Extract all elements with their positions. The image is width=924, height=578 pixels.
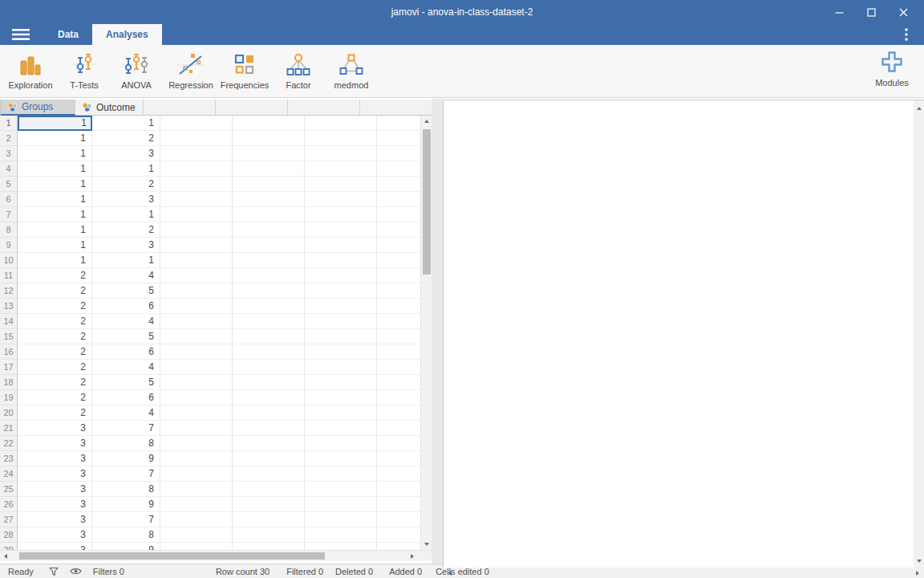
cell-empty[interactable] bbox=[305, 482, 377, 497]
more-options-button[interactable] bbox=[895, 24, 918, 45]
cell-groups[interactable]: 2 bbox=[18, 344, 92, 360]
cell-empty[interactable] bbox=[160, 360, 233, 375]
cell-empty[interactable] bbox=[233, 329, 305, 344]
row-number[interactable]: 26 bbox=[0, 497, 18, 512]
minimize-button[interactable] bbox=[823, 0, 855, 24]
cell-empty[interactable] bbox=[233, 527, 305, 543]
scroll-up-button[interactable] bbox=[914, 104, 924, 113]
cell-outcome[interactable]: 1 bbox=[92, 116, 160, 131]
cell-empty[interactable] bbox=[233, 283, 305, 299]
cell-empty[interactable] bbox=[233, 253, 305, 268]
cell-empty[interactable] bbox=[305, 161, 377, 177]
cell-outcome[interactable]: 3 bbox=[92, 238, 160, 253]
selected-cell[interactable]: 1 bbox=[18, 116, 92, 131]
row-number[interactable]: 2 bbox=[0, 131, 18, 146]
cell-empty[interactable] bbox=[160, 543, 233, 550]
cell-empty[interactable] bbox=[160, 482, 233, 497]
cell-groups[interactable]: 3 bbox=[18, 512, 92, 527]
row-number[interactable]: 22 bbox=[0, 436, 18, 451]
row-number[interactable]: 13 bbox=[0, 299, 18, 314]
cell-groups[interactable]: 3 bbox=[18, 482, 92, 497]
row-number[interactable]: 24 bbox=[0, 466, 18, 482]
cell-outcome[interactable]: 9 bbox=[92, 497, 160, 512]
cell-empty[interactable] bbox=[233, 116, 305, 131]
row-number[interactable]: 28 bbox=[0, 527, 18, 543]
cell-empty[interactable] bbox=[305, 268, 377, 283]
cell-empty[interactable] bbox=[160, 192, 233, 207]
cell-empty[interactable] bbox=[233, 268, 305, 283]
cell-empty[interactable] bbox=[160, 238, 233, 253]
eye-icon[interactable] bbox=[70, 567, 82, 576]
cell-empty[interactable] bbox=[160, 512, 233, 527]
cell-outcome[interactable]: 7 bbox=[92, 512, 160, 527]
cell-empty[interactable] bbox=[160, 451, 233, 466]
cell-empty[interactable] bbox=[160, 314, 233, 329]
column-header-empty[interactable] bbox=[144, 100, 216, 116]
cell-empty[interactable] bbox=[233, 421, 305, 436]
scroll-down-button[interactable] bbox=[421, 539, 432, 550]
cell-empty[interactable] bbox=[305, 466, 377, 482]
cell-empty[interactable] bbox=[160, 283, 233, 299]
cell-empty[interactable] bbox=[305, 329, 377, 344]
cell-outcome[interactable]: 2 bbox=[92, 222, 160, 238]
cell-empty[interactable] bbox=[160, 329, 233, 344]
cell-empty[interactable] bbox=[305, 314, 377, 329]
cell-empty[interactable] bbox=[233, 192, 305, 207]
row-number[interactable]: 19 bbox=[0, 390, 18, 405]
cell-outcome[interactable]: 7 bbox=[92, 421, 160, 436]
cell-empty[interactable] bbox=[233, 222, 305, 238]
cell-groups[interactable]: 2 bbox=[18, 283, 92, 299]
cell-empty[interactable] bbox=[233, 512, 305, 527]
row-number[interactable]: 18 bbox=[0, 375, 18, 390]
cell-outcome[interactable]: 5 bbox=[92, 329, 160, 344]
tab-analyses[interactable]: Analyses bbox=[92, 24, 162, 45]
row-number[interactable]: 14 bbox=[0, 314, 18, 329]
cell-empty[interactable] bbox=[160, 222, 233, 238]
cell-empty[interactable] bbox=[233, 466, 305, 482]
cell-outcome[interactable]: 3 bbox=[92, 192, 160, 207]
cell-empty[interactable] bbox=[233, 207, 305, 222]
cell-empty[interactable] bbox=[233, 482, 305, 497]
cell-empty[interactable] bbox=[233, 543, 305, 550]
cell-outcome[interactable]: 9 bbox=[92, 451, 160, 466]
cell-outcome[interactable]: 8 bbox=[92, 527, 160, 543]
cell-groups[interactable]: 3 bbox=[18, 543, 92, 550]
scroll-right-button[interactable] bbox=[407, 551, 418, 561]
cell-empty[interactable] bbox=[305, 451, 377, 466]
cell-empty[interactable] bbox=[233, 405, 305, 421]
cell-outcome[interactable]: 1 bbox=[92, 253, 160, 268]
ribbon-button-exploration[interactable]: Exploration bbox=[5, 45, 56, 97]
cell-empty[interactable] bbox=[160, 421, 233, 436]
cell-outcome[interactable]: 3 bbox=[92, 146, 160, 161]
row-number[interactable]: 23 bbox=[0, 451, 18, 466]
cell-empty[interactable] bbox=[305, 497, 377, 512]
cell-empty[interactable] bbox=[305, 222, 377, 238]
row-number[interactable]: 15 bbox=[0, 329, 18, 344]
cell-empty[interactable] bbox=[233, 177, 305, 192]
cell-empty[interactable] bbox=[305, 527, 377, 543]
tab-data[interactable]: Data bbox=[44, 24, 92, 45]
cell-groups[interactable]: 1 bbox=[18, 131, 92, 146]
row-number[interactable]: 10 bbox=[0, 253, 18, 268]
cell-groups[interactable]: 2 bbox=[18, 314, 92, 329]
cell-empty[interactable] bbox=[160, 466, 233, 482]
scroll-down-button[interactable] bbox=[914, 556, 924, 566]
cell-groups[interactable]: 3 bbox=[18, 466, 92, 482]
cell-empty[interactable] bbox=[305, 253, 377, 268]
cell-empty[interactable] bbox=[233, 161, 305, 177]
cell-empty[interactable] bbox=[305, 177, 377, 192]
cell-empty[interactable] bbox=[305, 344, 377, 360]
cell-outcome[interactable]: 4 bbox=[92, 360, 160, 375]
cell-outcome[interactable]: 4 bbox=[92, 268, 160, 283]
cell-groups[interactable]: 3 bbox=[18, 436, 92, 451]
results-h-scrollbar[interactable] bbox=[443, 568, 924, 578]
cell-outcome[interactable]: 9 bbox=[92, 543, 160, 550]
cell-empty[interactable] bbox=[233, 131, 305, 146]
cell-empty[interactable] bbox=[160, 497, 233, 512]
row-number[interactable]: 20 bbox=[0, 405, 18, 421]
row-number[interactable]: 16 bbox=[0, 344, 18, 360]
ribbon-button-regression[interactable]: Regression bbox=[163, 45, 219, 97]
cell-groups[interactable]: 2 bbox=[18, 299, 92, 314]
cell-groups[interactable]: 2 bbox=[18, 360, 92, 375]
cell-empty[interactable] bbox=[305, 375, 377, 390]
